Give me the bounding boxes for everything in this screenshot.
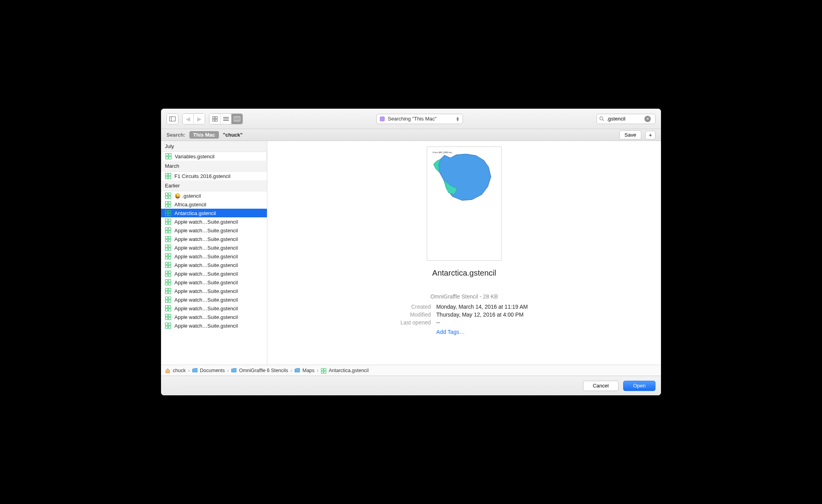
- file-row[interactable]: Apple watch…Suite.gstencil: [161, 278, 267, 287]
- svg-rect-71: [168, 297, 171, 299]
- stencil-file-icon: [165, 210, 171, 216]
- forward-button[interactable]: ▶: [194, 114, 205, 124]
- file-row[interactable]: Variables.gstencil: [161, 152, 267, 161]
- add-criteria-button[interactable]: +: [645, 131, 655, 139]
- file-row[interactable]: Apple watch…Suite.gstencil: [161, 217, 267, 226]
- sidebar-toggle-button[interactable]: [167, 114, 178, 124]
- svg-rect-48: [165, 248, 168, 250]
- file-row[interactable]: Antarctica.gstencil: [161, 209, 267, 217]
- stencil-file-icon: [165, 201, 171, 208]
- path-segment[interactable]: Documents: [200, 368, 225, 373]
- file-row[interactable]: Apple watch…Suite.gstencil: [161, 261, 267, 269]
- svg-rect-43: [168, 236, 171, 239]
- list-view-button[interactable]: [220, 114, 231, 124]
- svg-rect-16: [166, 157, 168, 159]
- toolbar: ◀ ▶ Searching "This Mac" ▲▼ ✕: [161, 109, 661, 129]
- scope-user[interactable]: "chuck": [223, 132, 243, 138]
- created-value: Monday, March 14, 2016 at 11:19 AM: [436, 304, 528, 310]
- file-row[interactable]: Apple watch…Suite.gstencil: [161, 295, 267, 304]
- modified-value: Thursday, May 12, 2016 at 4:00 PM: [436, 311, 528, 318]
- lastopened-label: Last opened: [400, 319, 431, 326]
- svg-rect-3: [215, 117, 217, 119]
- svg-rect-17: [169, 157, 171, 159]
- file-row[interactable]: Apple watch…Suite.gstencil: [161, 226, 267, 235]
- svg-rect-40: [165, 231, 168, 233]
- clear-search-button[interactable]: ✕: [644, 116, 651, 122]
- svg-rect-37: [168, 222, 171, 224]
- preview-thumbnail: 0 km 600 1000 km: [427, 146, 502, 261]
- svg-rect-20: [165, 176, 168, 179]
- svg-rect-15: [169, 154, 171, 156]
- file-name: Apple watch…Suite.gstencil: [174, 271, 238, 277]
- home-icon: [165, 368, 170, 373]
- svg-rect-25: [168, 196, 171, 198]
- file-row[interactable]: Apple watch…Suite.gstencil: [161, 235, 267, 243]
- stencil-file-icon: [165, 253, 171, 259]
- svg-rect-68: [165, 291, 168, 294]
- view-mode-group: [209, 113, 243, 124]
- file-row[interactable]: Africa.gstencil: [161, 200, 267, 209]
- svg-rect-27: [168, 202, 171, 204]
- file-row[interactable]: Apple watch…Suite.gstencil: [161, 252, 267, 261]
- stencil-file-icon: [165, 219, 171, 225]
- svg-rect-35: [168, 219, 171, 221]
- path-segment[interactable]: chuck: [173, 368, 186, 373]
- svg-rect-55: [168, 262, 171, 265]
- icon-view-button[interactable]: [209, 114, 220, 124]
- search-input[interactable]: [607, 116, 642, 122]
- svg-rect-33: [168, 213, 171, 216]
- svg-rect-34: [165, 219, 168, 221]
- file-name: Apple watch…Suite.gstencil: [174, 262, 238, 268]
- svg-rect-42: [165, 236, 168, 239]
- file-name: Apple watch…Suite.gstencil: [174, 306, 238, 311]
- file-row[interactable]: Apple watch…Suite.gstencil: [161, 321, 267, 330]
- scope-this-mac[interactable]: This Mac: [189, 131, 219, 139]
- svg-rect-38: [165, 228, 168, 230]
- location-dropdown[interactable]: Searching "This Mac" ▲▼: [376, 114, 463, 124]
- file-name: Apple watch…Suite.gstencil: [174, 236, 238, 242]
- open-button[interactable]: Open: [623, 381, 655, 391]
- path-segment[interactable]: OmniGraffle 6 Stencils: [239, 368, 288, 373]
- svg-rect-0: [170, 117, 176, 121]
- file-name: Apple watch…Suite.gstencil: [174, 297, 238, 303]
- svg-rect-82: [165, 323, 168, 325]
- search-field[interactable]: ✕: [596, 114, 655, 124]
- svg-rect-24: [165, 196, 168, 198]
- file-row[interactable]: Apple watch…Suite.gstencil: [161, 269, 267, 278]
- svg-rect-67: [168, 288, 171, 291]
- svg-rect-59: [168, 271, 171, 273]
- search-scope-bar: Search: This Mac "chuck" Save +: [161, 129, 661, 141]
- file-name: Antarctica.gstencil: [174, 210, 216, 216]
- add-tags-button[interactable]: Add Tags…: [436, 329, 528, 335]
- file-name: F1 Circuits 2016.gstencil: [174, 173, 230, 179]
- file-row[interactable]: Apple watch…Suite.gstencil: [161, 313, 267, 321]
- save-search-button[interactable]: Save: [619, 130, 641, 139]
- svg-rect-85: [168, 326, 171, 328]
- svg-rect-2: [213, 117, 215, 119]
- svg-rect-41: [168, 231, 171, 233]
- folder-icon: [231, 368, 237, 373]
- stencil-file-icon: [165, 305, 171, 311]
- back-button[interactable]: ◀: [183, 114, 194, 124]
- stencil-file-icon: [321, 368, 326, 373]
- modified-label: Modified: [400, 311, 431, 318]
- stencil-file-icon: [165, 153, 172, 159]
- column-view-button[interactable]: [231, 114, 243, 124]
- file-row[interactable]: 😜 .gstencil: [161, 191, 267, 200]
- file-row[interactable]: Apple watch…Suite.gstencil: [161, 243, 267, 252]
- svg-rect-39: [168, 228, 171, 230]
- svg-rect-80: [165, 317, 168, 320]
- svg-rect-56: [165, 265, 168, 268]
- path-segment[interactable]: Antarctica.gstencil: [329, 368, 368, 373]
- path-segment[interactable]: Maps: [302, 368, 315, 373]
- cancel-button[interactable]: Cancel: [583, 381, 618, 391]
- svg-rect-19: [168, 173, 171, 176]
- file-list[interactable]: JulyVariables.gstencilMarchF1 Circuits 2…: [161, 141, 267, 365]
- file-row[interactable]: Apple watch…Suite.gstencil: [161, 287, 267, 295]
- stencil-file-icon: [165, 271, 171, 277]
- svg-rect-62: [165, 280, 168, 282]
- file-row[interactable]: F1 Circuits 2016.gstencil: [161, 172, 267, 180]
- svg-rect-31: [168, 210, 171, 213]
- file-row[interactable]: Apple watch…Suite.gstencil: [161, 304, 267, 313]
- svg-rect-14: [166, 154, 168, 156]
